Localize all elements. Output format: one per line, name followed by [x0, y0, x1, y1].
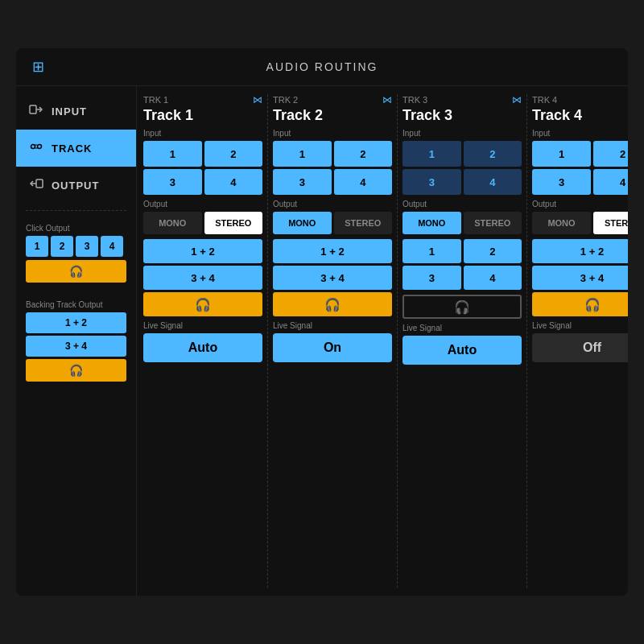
track-4-live-label: Live Signal: [532, 321, 628, 330]
backing-headphone-button[interactable]: 🎧: [26, 359, 126, 382]
track-2-input-4[interactable]: 4: [334, 169, 393, 195]
track-1-output-label: Output: [143, 200, 262, 208]
backing-headphone-icon: 🎧: [69, 364, 83, 377]
track-3-output-label: Output: [402, 200, 522, 208]
track-2-headphone[interactable]: 🎧: [273, 292, 392, 316]
track-4-input-4[interactable]: 4: [593, 169, 628, 195]
svg-point-3: [38, 145, 42, 149]
click-out-1[interactable]: 1: [26, 236, 48, 257]
click-headphone-button[interactable]: 🎧: [26, 260, 126, 283]
track-3-stereo-button[interactable]: STEREO: [464, 212, 522, 234]
svg-rect-6: [36, 180, 43, 188]
track-1-input-2[interactable]: 2: [204, 141, 263, 167]
track-3-route-icon[interactable]: ⋈: [512, 94, 522, 105]
track-4-input-1[interactable]: 1: [532, 141, 591, 167]
track-2-mono-button[interactable]: MONO: [273, 212, 332, 234]
track-4-out-3-4[interactable]: 3 + 4: [532, 266, 628, 290]
track-1-route-icon[interactable]: ⋈: [253, 94, 262, 105]
track-3-input-3[interactable]: 3: [402, 169, 461, 195]
track-4-input-label: Input: [532, 129, 628, 138]
track-2-input-2[interactable]: 2: [334, 141, 393, 167]
track-1-out-3-4[interactable]: 3 + 4: [143, 266, 262, 290]
track-4-out-1-2[interactable]: 1 + 2: [532, 239, 628, 263]
track-1-live-label: Live Signal: [143, 321, 262, 330]
track-4-name: Track 4: [532, 107, 628, 124]
track-3-column: TRK 3 ⋈ Track 3 Input 1 2 3 4 Output MON…: [402, 94, 527, 588]
track-2-input-label: Input: [273, 129, 392, 138]
sidebar-item-input[interactable]: INPUT: [16, 93, 136, 130]
track-3-mono-button[interactable]: MONO: [402, 212, 461, 234]
track-4-input-grid: 1 2 3 4: [532, 141, 628, 195]
track-3-header: TRK 3 ⋈: [402, 94, 522, 105]
track-3-live-signal[interactable]: Auto: [402, 336, 522, 365]
track-3-input-1[interactable]: 1: [402, 141, 461, 167]
track-2-name: Track 2: [273, 107, 392, 124]
sidebar-track-label: TRACK: [52, 142, 93, 155]
track-4-stereo-button[interactable]: STEREO: [593, 212, 628, 234]
main-container: ⊞ AUDIO ROUTING INPUT: [0, 0, 644, 644]
track-3-out-4[interactable]: 4: [464, 266, 522, 290]
track-2-live-signal[interactable]: On: [273, 333, 392, 362]
track-2-stereo-button[interactable]: STEREO: [334, 212, 393, 234]
track-1-name: Track 1: [143, 107, 262, 124]
track-2-out-3-4[interactable]: 3 + 4: [273, 266, 392, 290]
track-1-live-signal[interactable]: Auto: [143, 333, 262, 362]
grid-icon[interactable]: ⊞: [32, 58, 44, 76]
track-1-input-4[interactable]: 4: [204, 169, 263, 195]
backing-track-section: Backing Track Output 1 + 2 3 + 4 🎧: [16, 294, 136, 393]
click-output-section: Click Output 1 2 3 4 🎧: [16, 217, 136, 294]
sidebar: INPUT TRACK: [16, 86, 137, 596]
sidebar-item-track[interactable]: TRACK: [16, 130, 136, 167]
track-3-live-label: Live Signal: [402, 324, 522, 332]
click-output-numbers: 1 2 3 4: [26, 236, 126, 257]
sidebar-divider: [26, 210, 126, 211]
input-icon: [29, 102, 43, 120]
track-2-input-grid: 1 2 3 4: [273, 141, 392, 195]
track-1-input-3[interactable]: 3: [143, 169, 202, 195]
backing-out-1-2[interactable]: 1 + 2: [26, 312, 126, 333]
track-2-live-label: Live Signal: [273, 321, 392, 330]
track-3-out-1[interactable]: 1: [402, 239, 461, 263]
track-1-headphone[interactable]: 🎧: [143, 292, 262, 316]
track-4-headphone-icon: 🎧: [584, 297, 601, 312]
track-3-mono-stereo: MONO STEREO: [402, 212, 522, 234]
sidebar-item-output[interactable]: OUTPUT: [16, 167, 136, 204]
track-4-live-signal[interactable]: Off: [532, 333, 628, 362]
track-2-input-1[interactable]: 1: [273, 141, 332, 167]
track-3-input-grid: 1 2 3 4: [402, 141, 522, 195]
track-1-stereo-button[interactable]: STEREO: [204, 212, 263, 234]
track-3-name: Track 3: [402, 107, 522, 124]
track-2-header: TRK 2 ⋈: [273, 94, 392, 105]
click-out-3[interactable]: 3: [76, 236, 98, 257]
track-4-number: TRK 4: [532, 95, 557, 105]
track-3-number: TRK 3: [402, 95, 427, 105]
track-3-input-label: Input: [402, 129, 522, 138]
track-3-headphone[interactable]: 🎧: [402, 295, 522, 319]
click-out-2[interactable]: 2: [51, 236, 73, 257]
track-4-input-3[interactable]: 3: [532, 169, 591, 195]
track-icon: [29, 139, 43, 157]
track-1-out-1-2[interactable]: 1 + 2: [143, 239, 262, 263]
track-2-output-label: Output: [273, 200, 392, 208]
backing-out-3-4[interactable]: 3 + 4: [26, 336, 126, 357]
track-2-input-3[interactable]: 3: [273, 169, 332, 195]
track-2-route-icon[interactable]: ⋈: [382, 94, 392, 105]
track-3-out-2[interactable]: 2: [464, 239, 522, 263]
top-bar: ⊞ AUDIO ROUTING: [16, 48, 628, 86]
track-3-out-3[interactable]: 3: [402, 266, 461, 290]
track-4-input-2[interactable]: 2: [593, 141, 628, 167]
headphone-icon: 🎧: [69, 265, 83, 278]
track-4-header: TRK 4 ⋈: [532, 94, 628, 105]
track-4-mono-stereo: MONO STEREO: [532, 212, 628, 234]
track-4-headphone[interactable]: 🎧: [532, 292, 628, 316]
track-1-mono-button[interactable]: MONO: [143, 212, 202, 234]
click-out-4[interactable]: 4: [101, 236, 123, 257]
track-2-out-1-2[interactable]: 1 + 2: [273, 239, 392, 263]
svg-point-2: [31, 145, 35, 149]
track-1-input-1[interactable]: 1: [143, 141, 202, 167]
track-2-number: TRK 2: [273, 95, 298, 105]
content-area: INPUT TRACK: [16, 86, 628, 596]
track-4-mono-button[interactable]: MONO: [532, 212, 591, 234]
track-3-input-4[interactable]: 4: [464, 169, 522, 195]
track-3-input-2[interactable]: 2: [464, 141, 522, 167]
